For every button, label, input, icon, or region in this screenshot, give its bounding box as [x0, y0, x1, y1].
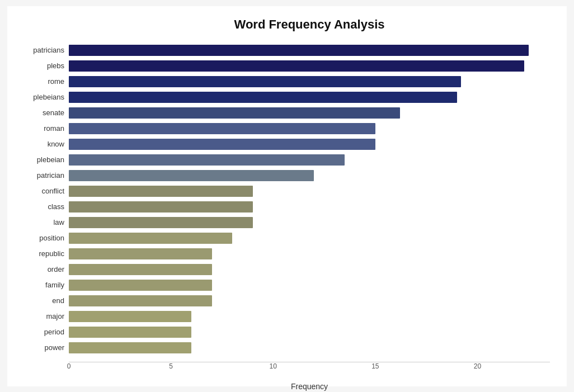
- bar: [69, 248, 212, 259]
- bar: [69, 264, 212, 275]
- bar-label: power: [13, 343, 69, 352]
- bar-row: period: [69, 325, 550, 339]
- bar-row: plebeians: [69, 90, 550, 105]
- bar-label: roman: [13, 124, 69, 133]
- bar-label: conflict: [13, 187, 69, 195]
- x-axis-label: Frequency: [291, 382, 328, 391]
- bar: [69, 154, 345, 166]
- bar: [69, 311, 191, 322]
- bar-label: family: [13, 281, 69, 289]
- bar-row: family: [69, 278, 550, 292]
- bar-row: know: [69, 137, 550, 152]
- bar-label: know: [13, 140, 69, 148]
- x-tick: 10: [270, 362, 277, 370]
- x-tick: 20: [474, 362, 481, 370]
- bar-label: plebeians: [13, 93, 69, 101]
- bar-row: republic: [69, 247, 550, 261]
- bar-row: roman: [69, 121, 550, 136]
- bar: [69, 60, 524, 72]
- bar-row: patricians: [69, 43, 550, 58]
- bar-label: rome: [13, 77, 69, 86]
- bar-row: plebeian: [69, 153, 550, 167]
- bar-row: senate: [69, 106, 550, 120]
- x-tick: 5: [169, 362, 173, 370]
- bar-label: major: [13, 312, 69, 320]
- bar-row: law: [69, 215, 550, 230]
- bar: [69, 201, 253, 212]
- bar-label: law: [13, 218, 69, 226]
- bar-label: class: [13, 202, 69, 211]
- bar-row: major: [69, 309, 550, 324]
- bar-label: order: [13, 265, 69, 273]
- bar-row: patrician: [69, 168, 550, 183]
- chart-title: Word Frequency Analysis: [69, 17, 550, 32]
- x-tick: 0: [67, 362, 71, 370]
- bar: [69, 123, 375, 134]
- bar-row: position: [69, 231, 550, 245]
- bar: [69, 217, 253, 228]
- bar-label: plebeian: [13, 155, 69, 164]
- bar: [69, 295, 212, 306]
- bar-row: end: [69, 294, 550, 308]
- bar: [69, 280, 212, 291]
- bar: [69, 76, 461, 87]
- x-tick: 15: [371, 362, 379, 370]
- bar-row: conflict: [69, 184, 550, 199]
- bar-row: order: [69, 262, 550, 277]
- bar-label: republic: [13, 249, 69, 258]
- chart-area: patriciansplebsromeplebeianssenateromank…: [69, 43, 550, 356]
- bar-label: senate: [13, 108, 69, 117]
- bar-label: period: [13, 328, 69, 336]
- bar: [69, 233, 232, 244]
- bar-row: plebs: [69, 59, 550, 73]
- bar-row: rome: [69, 74, 550, 89]
- bar: [69, 170, 314, 181]
- chart-container: Word Frequency Analysis patriciansplebsr…: [7, 6, 567, 386]
- bar: [69, 327, 191, 338]
- bar: [69, 92, 457, 103]
- bar: [69, 45, 529, 56]
- bar: [69, 342, 191, 353]
- bar-label: plebs: [13, 62, 69, 70]
- bar-label: patrician: [13, 171, 69, 180]
- bar-label: patricians: [13, 46, 69, 54]
- x-axis: 05101520: [69, 362, 550, 379]
- bar: [69, 186, 253, 197]
- bar: [69, 107, 400, 119]
- bar-row: class: [69, 200, 550, 214]
- bar-label: position: [13, 234, 69, 242]
- bar-row: power: [69, 341, 550, 355]
- bar-label: end: [13, 296, 69, 305]
- bar: [69, 139, 375, 150]
